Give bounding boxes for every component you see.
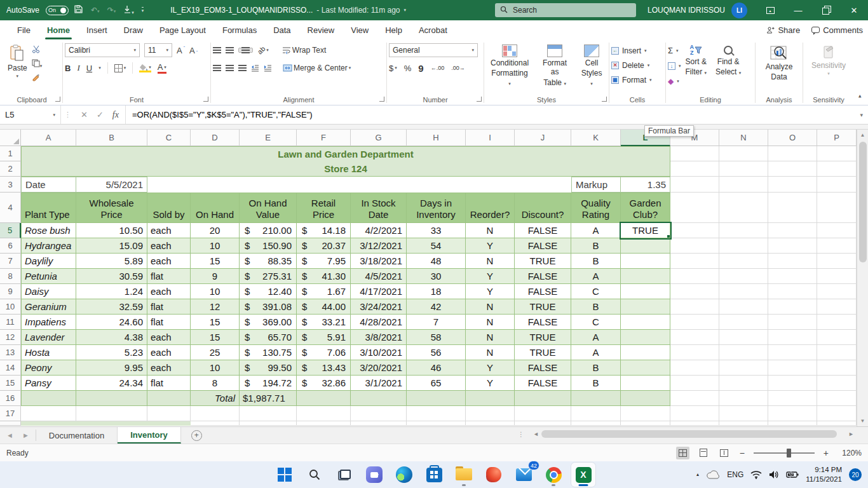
scroll-down-icon[interactable]: ▼ <box>857 416 868 426</box>
grow-font-icon[interactable]: Aˆ <box>177 46 185 55</box>
language-indicator[interactable]: ENG <box>727 470 743 479</box>
cell-J5[interactable]: FALSE <box>515 223 571 238</box>
cell-F5[interactable]: $14.18 <box>297 223 351 238</box>
cell-B8[interactable]: 30.59 <box>76 269 147 284</box>
clear-button[interactable]: ◆▾ <box>668 74 681 88</box>
title-chevron-icon[interactable]: ▾ <box>404 8 407 13</box>
teams-chat-icon[interactable] <box>362 463 386 487</box>
cell-J13[interactable]: TRUE <box>515 345 571 360</box>
cell-E18[interactable] <box>240 421 297 426</box>
touch-mode-icon[interactable]: ▾ <box>123 5 134 16</box>
cell-C6[interactable]: each <box>147 238 191 254</box>
sheet-tab-inventory[interactable]: Inventory <box>118 427 181 444</box>
redo-icon[interactable]: ↷▾ <box>107 6 116 15</box>
cell-L17[interactable] <box>621 406 670 421</box>
cell-L12[interactable] <box>621 330 670 345</box>
font-dialog-launcher-icon[interactable] <box>203 97 208 102</box>
cell-I7[interactable]: N <box>466 254 515 269</box>
cell-D7[interactable]: 15 <box>191 254 240 269</box>
header-J4[interactable]: Discount? <box>515 193 571 223</box>
column-header-B[interactable]: B <box>76 130 147 146</box>
cell-M13[interactable] <box>670 345 719 360</box>
sort-filter-button[interactable]: AZ Sort & Filter ▾ <box>681 43 712 79</box>
cell-N1[interactable] <box>719 146 768 161</box>
cell-G18[interactable] <box>351 421 407 426</box>
tab-data[interactable]: Data <box>265 20 299 39</box>
header-F4[interactable]: RetailPrice <box>297 193 351 223</box>
wifi-icon[interactable] <box>750 470 762 479</box>
cell-P1[interactable] <box>817 146 857 161</box>
cell-H12[interactable]: 58 <box>407 330 466 345</box>
header-A4[interactable]: Plant Type <box>21 193 76 223</box>
tab-splitter-handle[interactable]: ⋮ <box>518 431 525 438</box>
underline-button[interactable]: U <box>86 64 92 73</box>
wrap-text-button[interactable]: Wrap Text <box>282 46 327 55</box>
edge-icon[interactable] <box>392 463 416 487</box>
column-header-P[interactable]: P <box>817 130 857 146</box>
cell-B11[interactable]: 24.60 <box>76 315 147 330</box>
row-header-17[interactable]: 17 <box>0 406 21 421</box>
cell-styles-button[interactable]: Cell Styles ▾ <box>576 43 607 89</box>
row-header-13[interactable]: 13 <box>0 345 21 360</box>
cell-M2[interactable] <box>670 161 719 177</box>
cell-L7[interactable] <box>621 254 670 269</box>
row-header-5[interactable]: 5 <box>0 223 21 238</box>
clock[interactable]: 9:14 PM11/15/2021 <box>806 465 842 484</box>
autosum-button[interactable]: Σ▾ <box>668 44 681 57</box>
cell-M17[interactable] <box>670 406 719 421</box>
cell-G17[interactable] <box>351 406 407 421</box>
cell-P7[interactable] <box>817 254 857 269</box>
header-D4[interactable]: On Hand <box>191 193 240 223</box>
cell-K10[interactable]: B <box>571 299 621 315</box>
file-explorer-icon[interactable] <box>452 463 476 487</box>
format-as-table-button[interactable]: Format as Table ▾ <box>536 43 574 89</box>
cell-B3[interactable]: 5/5/2021 <box>76 177 147 193</box>
cell-K17[interactable] <box>571 406 621 421</box>
column-header-O[interactable]: O <box>768 130 817 146</box>
scroll-left-icon[interactable]: ◄ <box>531 431 541 437</box>
cell-M4[interactable] <box>670 193 719 223</box>
cell-B9[interactable]: 1.24 <box>76 284 147 299</box>
cell-J15[interactable]: FALSE <box>515 376 571 391</box>
cell-A11[interactable]: Impatiens <box>21 315 76 330</box>
cell-H16[interactable] <box>407 391 466 406</box>
cell-P12[interactable] <box>817 330 857 345</box>
cell-B5[interactable]: 10.50 <box>76 223 147 238</box>
name-box[interactable]: L5▾ <box>0 105 61 124</box>
cell-N3[interactable] <box>719 177 768 193</box>
header-K4[interactable]: QualityRating <box>571 193 621 223</box>
cell-E11[interactable]: $369.00 <box>240 315 297 330</box>
cell-N15[interactable] <box>719 376 768 391</box>
cell-F16[interactable] <box>297 391 351 406</box>
cell-I14[interactable]: Y <box>466 360 515 376</box>
cell-K5[interactable]: A <box>571 223 621 238</box>
cell-D12[interactable]: 15 <box>191 330 240 345</box>
page-break-view-icon[interactable] <box>717 447 731 459</box>
cell-C14[interactable]: each <box>147 360 191 376</box>
office-icon[interactable] <box>482 463 506 487</box>
formula-input[interactable]: =OR(AND($I$5="Y",$K$5="A"),"TRUE","FALSE… <box>126 110 855 119</box>
cell-E7[interactable]: $88.35 <box>240 254 297 269</box>
cell-E10[interactable]: $391.08 <box>240 299 297 315</box>
row-header-10[interactable]: 10 <box>0 299 21 315</box>
avatar[interactable]: LI <box>731 3 747 18</box>
cell-A15[interactable]: Pansy <box>21 376 76 391</box>
cell-F13[interactable]: $7.06 <box>297 345 351 360</box>
cell-D10[interactable]: 12 <box>191 299 240 315</box>
cell-A17[interactable] <box>21 406 76 421</box>
row-header-9[interactable]: 9 <box>0 284 21 299</box>
cell-E5[interactable]: $210.00 <box>240 223 297 238</box>
cell-I15[interactable]: Y <box>466 376 515 391</box>
cell-C16[interactable] <box>147 391 191 406</box>
cell-G8[interactable]: 4/5/2021 <box>351 269 407 284</box>
increase-decimal-icon[interactable]: ←.00 <box>431 65 445 71</box>
accounting-format-icon[interactable]: $▾ <box>389 64 397 73</box>
cell-G6[interactable]: 3/12/2021 <box>351 238 407 254</box>
cell-M7[interactable] <box>670 254 719 269</box>
cell-H10[interactable]: 42 <box>407 299 466 315</box>
cell-E8[interactable]: $275.31 <box>240 269 297 284</box>
cell-C11[interactable]: flat <box>147 315 191 330</box>
cell-N17[interactable] <box>719 406 768 421</box>
cell-F11[interactable]: $33.21 <box>297 315 351 330</box>
start-button[interactable] <box>273 463 297 487</box>
